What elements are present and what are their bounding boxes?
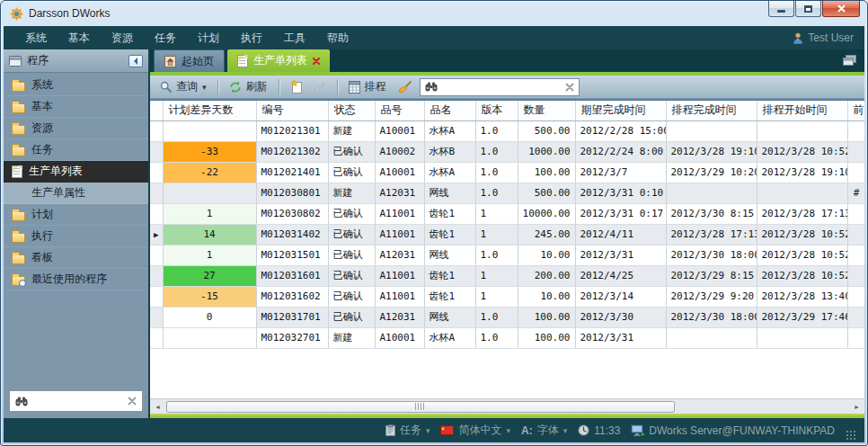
cell-diff: -33 xyxy=(163,141,256,162)
minimize-icon xyxy=(777,10,785,13)
sidebar-item-8[interactable]: 看板 xyxy=(4,247,148,269)
column-header-sched_end[interactable]: 排程完成时间 xyxy=(666,100,757,120)
column-header-status[interactable]: 状态 xyxy=(328,100,375,120)
cell-item_no: A10001 xyxy=(375,162,424,183)
column-header-version[interactable]: 版本 xyxy=(475,100,518,120)
query-caret-icon[interactable]: ▾ xyxy=(202,83,207,92)
scrollbar-track[interactable] xyxy=(164,400,850,414)
cell-sched_end: 2012/3/30 8:15 xyxy=(666,203,757,224)
column-header-item_no[interactable]: 品号 xyxy=(375,100,424,120)
new-document-icon[interactable] xyxy=(287,78,306,95)
column-header-qty[interactable]: 数量 xyxy=(518,100,575,120)
broom-icon[interactable] xyxy=(394,79,415,95)
sidebar-item-7[interactable]: 执行 xyxy=(4,226,148,247)
user-area[interactable]: Test User xyxy=(793,31,854,44)
tab-close-icon[interactable] xyxy=(313,58,320,65)
clear-search-icon[interactable] xyxy=(128,397,137,406)
cell-extra xyxy=(847,224,864,245)
table-row[interactable]: -15M012031602已确认A11001齿轮1110.002012/3/14… xyxy=(150,286,864,307)
resize-grip[interactable] xyxy=(846,430,855,440)
horizontal-scrollbar[interactable]: ◄ ► xyxy=(150,398,864,414)
scroll-right-icon[interactable]: ► xyxy=(850,400,864,414)
cell-qty: 500.00 xyxy=(518,183,575,203)
menu-item-4[interactable]: 计划 xyxy=(187,27,230,49)
status-language-menu[interactable]: 简体中文 ▾ xyxy=(440,423,510,438)
status-language-label: 简体中文 xyxy=(458,423,501,438)
schedule-button[interactable]: 排程 xyxy=(345,77,390,96)
column-header-item_name[interactable]: 品名 xyxy=(424,100,475,120)
cell-item_no: A12031 xyxy=(375,183,424,203)
sidebar-item-9[interactable]: 最近使用的程序 xyxy=(4,269,148,290)
query-button[interactable]: 查询 ▾ xyxy=(156,77,210,96)
cell-version: 1 xyxy=(475,265,518,286)
title-bar[interactable]: Darsson DWorks xyxy=(1,1,867,26)
menu-item-6[interactable]: 工具 xyxy=(273,27,316,49)
sidebar-search-input[interactable] xyxy=(32,395,123,407)
cell-code: M012021302 xyxy=(256,141,328,162)
column-header-expect[interactable]: 期望完成时间 xyxy=(575,100,666,120)
sidebar-item-4[interactable]: 生产单列表 xyxy=(4,161,148,183)
status-bar: 任务 ▾ 简体中文 ▾ A: 字体 ▾ 11:33 DWorks Server@… xyxy=(4,418,864,442)
sidebar-item-6[interactable]: 计划 xyxy=(4,204,148,226)
table-row[interactable]: -33M012021302已确认A10002水杯B1.01000.002012/… xyxy=(150,141,864,162)
sidebar-item-2[interactable]: 资源 xyxy=(4,118,148,139)
cell-qty: 245.00 xyxy=(518,224,575,245)
cell-version: 1.0 xyxy=(475,141,518,162)
cell-expect: 2012/3/30 xyxy=(575,307,666,327)
menu-item-1[interactable]: 基本 xyxy=(58,27,101,49)
row-gutter-cell xyxy=(150,183,163,203)
column-header-code[interactable]: 编号 xyxy=(256,100,328,120)
column-header-extra[interactable]: 前 xyxy=(847,100,864,120)
folder-icon xyxy=(12,147,25,156)
scroll-left-icon[interactable]: ◄ xyxy=(151,400,164,414)
refresh-button[interactable]: 刷新 xyxy=(226,77,271,96)
close-button[interactable] xyxy=(822,1,860,17)
sidebar-item-0[interactable]: 系统 xyxy=(4,75,148,96)
minimize-button[interactable] xyxy=(768,1,794,17)
chevron-left-icon xyxy=(133,58,138,65)
sidebar-item-5[interactable]: 生产单属性 xyxy=(4,183,148,204)
tab-production-order-list[interactable]: 生产单列表 xyxy=(227,49,330,72)
refresh-label: 刷新 xyxy=(246,79,268,94)
status-task-menu[interactable]: 任务 ▾ xyxy=(385,423,430,438)
cell-extra xyxy=(847,162,864,183)
menu-item-7[interactable]: 帮助 xyxy=(316,27,359,49)
toolbar-search-input[interactable] xyxy=(442,81,561,94)
menu-item-3[interactable]: 任务 xyxy=(144,27,187,49)
menu-item-2[interactable]: 资源 xyxy=(101,27,144,49)
status-server-label: DWorks Server@FUNWAY-THINKPAD xyxy=(649,424,835,437)
clear-search-icon[interactable] xyxy=(565,83,574,92)
sidebar-item-1[interactable]: 基本 xyxy=(4,96,148,118)
menu-item-5[interactable]: 执行 xyxy=(230,27,273,49)
cell-sched_end: 2012/3/28 19:10 xyxy=(666,141,757,162)
magnifier-icon xyxy=(160,81,172,93)
table-row[interactable]: 0M012031701已确认A12031网线1.0100.002012/3/30… xyxy=(150,307,864,327)
tab-home[interactable]: 起始页 xyxy=(154,49,225,72)
clock-badge-icon xyxy=(19,280,26,287)
cell-status: 已确认 xyxy=(328,245,375,265)
windows-stack-icon[interactable] xyxy=(843,55,856,66)
status-font-menu[interactable]: A: 字体 ▾ xyxy=(521,423,567,438)
column-header-diff[interactable]: 计划差异天数 xyxy=(163,100,256,120)
menu-item-0[interactable]: 系统 xyxy=(14,27,58,49)
table-row[interactable]: M012032701新建A10001水杯A1.0100.002012/3/31 xyxy=(150,327,864,348)
sidebar-collapse-button[interactable] xyxy=(128,55,143,67)
table-row[interactable]: 1M012030802已确认A11001齿轮1110000.002012/3/3… xyxy=(150,203,864,224)
table-row[interactable]: ▶14M012031402已确认A11001齿轮11245.002012/4/1… xyxy=(150,224,864,245)
column-header-sched_start[interactable]: 排程开始时间 xyxy=(757,100,847,120)
table-row[interactable]: 27M012031601已确认A11001齿轮11200.002012/4/25… xyxy=(150,265,864,286)
cell-version: 1.0 xyxy=(475,245,518,265)
edit-pencil-icon[interactable] xyxy=(311,79,330,94)
cell-sched_end: 2012/3/30 18:00 xyxy=(666,307,757,327)
table-row[interactable]: M012030801新建A12031网线1.0500.002012/3/31 0… xyxy=(150,183,864,203)
app-gear-icon xyxy=(10,7,23,21)
content-area: 起始页 生产单列表 xyxy=(150,49,864,418)
sidebar-item-3[interactable]: 任务 xyxy=(4,139,148,161)
maximize-button[interactable] xyxy=(795,1,821,17)
table-row[interactable]: 1M012031501已确认A12031网线1.010.002012/3/312… xyxy=(150,245,864,265)
cell-expect: 2012/4/11 xyxy=(575,224,666,245)
table-row[interactable]: M012021301新建A10001水杯A1.0500.002012/2/28 … xyxy=(150,120,864,141)
cell-item_name: 水杯B xyxy=(424,141,475,162)
table-row[interactable]: -22M012021401已确认A10001水杯A1.0100.002012/3… xyxy=(150,162,864,183)
scrollbar-thumb[interactable] xyxy=(166,401,675,413)
